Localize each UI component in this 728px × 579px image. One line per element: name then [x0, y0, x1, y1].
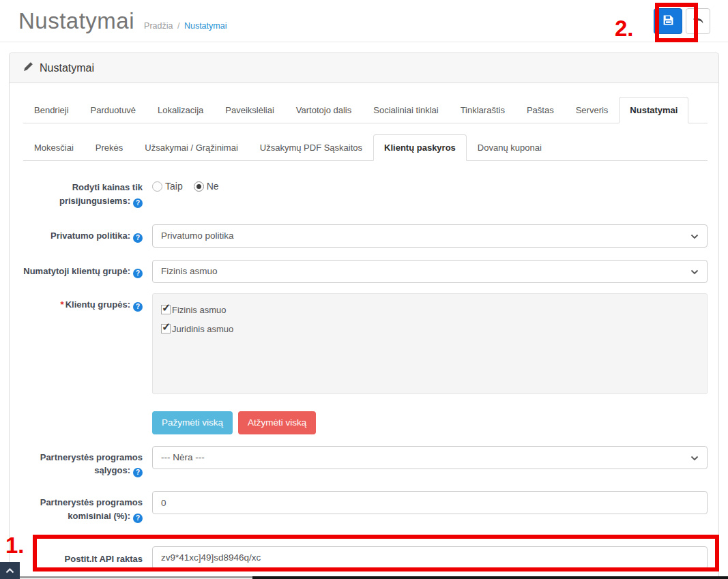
privacy-policy-label-text: Privatumo politika:	[50, 231, 130, 241]
show-prices-label-text: Rodyti kainas tik prisijungusiems:	[59, 182, 143, 206]
customer-settings-form: Rodyti kainas tik prisijungusiems: Taip …	[23, 176, 708, 569]
floppy-disk-icon	[663, 14, 674, 28]
deselect-all-button[interactable]: Atžymėti viską	[238, 411, 316, 434]
form-row-affiliate-terms: Partnerystės programos sąlygos: --- Nėra…	[23, 446, 708, 478]
checkbox-juridinis-asmuo[interactable]: Juridinis asmuo	[161, 324, 699, 334]
form-row-postit-api: Postit.lt API raktas	[23, 546, 708, 569]
content-area: Nustatymai Bendrieji Parduotuvė Lokaliza…	[0, 42, 728, 579]
annotation-number-1: 1.	[5, 533, 25, 559]
form-row-affiliate-commission: Partnerystės programos komisiniai (%):	[23, 491, 708, 523]
pencil-icon	[23, 61, 33, 74]
panel-heading: Nustatymai	[10, 53, 718, 83]
radio-ne[interactable]: Ne	[194, 181, 219, 192]
help-icon[interactable]	[133, 269, 143, 278]
default-group-label: Numatytoji klientų grupė:	[23, 260, 143, 283]
save-button[interactable]	[654, 8, 682, 34]
required-marker: *	[61, 299, 64, 310]
scroll-top-button[interactable]	[0, 562, 20, 579]
chevron-down-icon	[690, 265, 699, 278]
panel-title: Nustatymai	[40, 62, 94, 74]
checkbox-icon	[161, 305, 171, 314]
primary-tabs: Bendrieji Parduotuvė Lokalizacija Paveik…	[23, 97, 708, 123]
radio-taip[interactable]: Taip	[152, 181, 183, 192]
customer-groups-well: Fizinis asmuo Juridinis asmuo	[152, 293, 708, 394]
tab-uzsakymai-grazinimai[interactable]: Užsakymai / Grąžinimai	[134, 134, 249, 161]
customer-groups-label: *Klientų grupės:	[23, 293, 143, 394]
group-buttons-row: Pažymėti viską Atžymėti viską	[152, 411, 708, 434]
customer-groups-control: Fizinis asmuo Juridinis asmuo	[152, 293, 708, 394]
radio-taip-label: Taip	[165, 181, 183, 192]
affiliate-terms-select[interactable]: --- Nėra ---	[152, 446, 708, 469]
help-icon[interactable]	[133, 302, 143, 312]
default-group-select[interactable]: Fizinis asmuo	[152, 260, 708, 283]
tab-parduotuve[interactable]: Parduotuvė	[80, 97, 147, 123]
chevron-down-icon	[690, 451, 699, 464]
panel-body: Bendrieji Parduotuvė Lokalizacija Paveik…	[10, 83, 718, 579]
checkbox-label: Juridinis asmuo	[172, 324, 233, 334]
checkbox-icon	[161, 324, 171, 333]
affiliate-terms-control: --- Nėra ---	[152, 446, 708, 478]
postit-api-control	[152, 546, 708, 569]
form-row-privacy-policy: Privatumo politika: Privatumo politika	[23, 224, 708, 248]
undo-button[interactable]	[686, 8, 710, 34]
tab-paveiksleliai[interactable]: Paveikslėliai	[214, 97, 285, 123]
affiliate-commission-label-text: Partnerystės programos komisiniai (%):	[40, 497, 143, 521]
tab-tinklarastis[interactable]: Tinklaraštis	[450, 97, 516, 123]
bottom-edge-bar	[252, 576, 728, 579]
default-group-control: Fizinis asmuo	[152, 260, 708, 283]
affiliate-terms-label-text: Partnerystės programos sąlygos:	[40, 452, 143, 476]
privacy-policy-select[interactable]: Privatumo politika	[152, 224, 708, 248]
breadcrumb: Pradžia / Nustatymai	[144, 21, 227, 31]
tab-pastas[interactable]: Paštas	[516, 97, 565, 123]
chevron-up-icon	[5, 565, 14, 576]
form-row-default-group: Numatytoji klientų grupė: Fizinis asmuo	[23, 260, 708, 283]
affiliate-terms-value: --- Nėra ---	[161, 452, 690, 462]
privacy-policy-label: Privatumo politika:	[23, 224, 143, 248]
chevron-down-icon	[690, 230, 699, 242]
breadcrumb-current[interactable]: Nustatymai	[184, 21, 227, 31]
radio-circle-icon	[152, 181, 162, 192]
postit-api-label-text: Postit.lt API raktas	[65, 554, 143, 564]
tab-serveris[interactable]: Serveris	[565, 97, 620, 123]
page-title: Nustatymai	[18, 8, 134, 34]
settings-panel: Nustatymai Bendrieji Parduotuvė Lokaliza…	[9, 53, 719, 579]
affiliate-terms-label: Partnerystės programos sąlygos:	[23, 446, 143, 478]
show-prices-radio-group: Taip Ne	[152, 176, 708, 192]
radio-ne-label: Ne	[207, 181, 219, 192]
privacy-policy-value: Privatumo politika	[161, 231, 690, 241]
checkbox-fizinis-asmuo[interactable]: Fizinis asmuo	[161, 305, 699, 315]
postit-api-input[interactable]	[152, 546, 708, 569]
secondary-tabs: Mokesčiai Prekės Užsakymai / Grąžinimai …	[23, 134, 708, 161]
postit-api-label: Postit.lt API raktas	[23, 546, 143, 569]
privacy-policy-control: Privatumo politika	[152, 224, 708, 248]
bottom-scrollbar-track	[0, 576, 252, 578]
tab-klientu-paskyros[interactable]: Klientų paskyros	[373, 134, 467, 161]
tab-bendrieji[interactable]: Bendrieji	[23, 97, 80, 123]
tab-dovanu-kuponai[interactable]: Dovanų kuponai	[467, 134, 553, 161]
default-group-label-text: Numatytoji klientų grupė:	[23, 266, 130, 276]
help-icon[interactable]	[133, 233, 143, 243]
header-actions	[654, 8, 718, 34]
affiliate-commission-input[interactable]	[152, 491, 708, 514]
tab-lokalizacija[interactable]: Lokalizacija	[147, 97, 214, 123]
breadcrumb-separator: /	[177, 21, 179, 31]
default-group-value: Fizinis asmuo	[161, 266, 690, 276]
tab-nustatymai[interactable]: Nustatymai	[619, 97, 688, 123]
show-prices-label: Rodyti kainas tik prisijungusiems:	[23, 176, 143, 208]
help-icon[interactable]	[133, 514, 143, 523]
undo-arrow-icon	[692, 14, 704, 27]
tab-prekes[interactable]: Prekės	[85, 134, 134, 161]
select-all-button[interactable]: Pažymėti viską	[152, 411, 233, 434]
tab-uzsakymu-pdf-saskaitos[interactable]: Užsakymų PDF Sąskaitos	[249, 134, 373, 161]
tab-socialiniai-tinklai[interactable]: Socialiniai tinklai	[362, 97, 449, 123]
annotation-number-2: 2.	[615, 16, 634, 42]
form-row-customer-groups: *Klientų grupės: Fizinis asmuo Juridinis…	[23, 293, 708, 394]
breadcrumb-home[interactable]: Pradžia	[144, 21, 173, 31]
form-row-show-prices: Rodyti kainas tik prisijungusiems: Taip …	[23, 176, 708, 208]
help-icon[interactable]	[133, 468, 143, 477]
checkbox-label: Fizinis asmuo	[172, 305, 226, 315]
tab-mokesciai[interactable]: Mokesčiai	[23, 134, 85, 161]
tab-vartotojo-dalis[interactable]: Vartotojo dalis	[285, 97, 362, 123]
customer-groups-label-text: Klientų grupės:	[65, 299, 130, 310]
help-icon[interactable]	[133, 198, 143, 208]
